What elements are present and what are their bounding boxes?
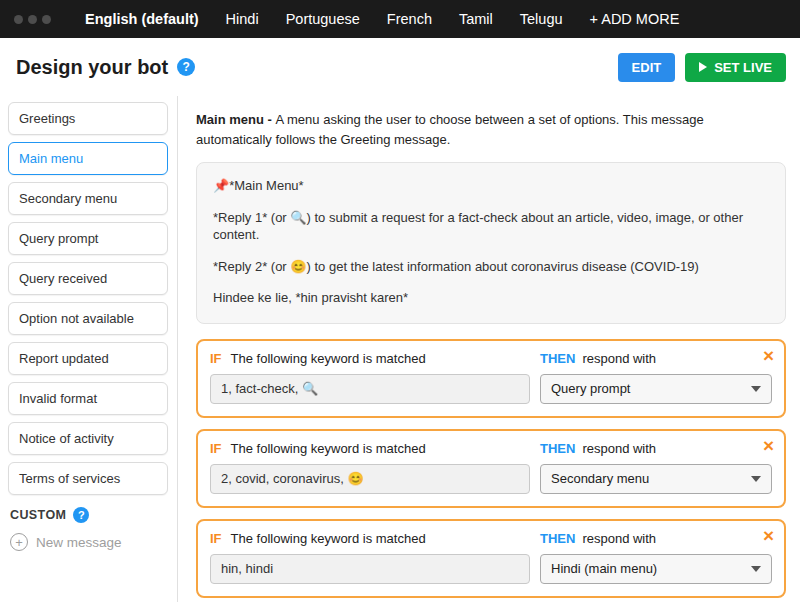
sidebar-item-report-updated[interactable]: Report updated <box>8 342 168 375</box>
new-message-label: New message <box>36 535 122 550</box>
then-label: THEN <box>540 531 575 546</box>
keyword-input[interactable] <box>210 464 530 494</box>
sidebar-item-query-prompt[interactable]: Query prompt <box>8 222 168 255</box>
chevron-down-icon <box>751 476 761 482</box>
window-dot-icon <box>28 15 37 24</box>
language-tabs: English (default) Hindi Portuguese Frenc… <box>85 11 679 27</box>
message-description-title: Main menu - <box>196 112 275 127</box>
page-header: Design your bot ? EDIT SET LIVE <box>0 38 800 96</box>
sidebar-item-main-menu[interactable]: Main menu <box>8 142 168 175</box>
play-icon <box>699 62 707 72</box>
message-sidebar: Greetings Main menu Secondary menu Query… <box>0 96 178 602</box>
tab-language-hindi[interactable]: Hindi <box>226 11 259 27</box>
if-text: The following keyword is matched <box>231 351 426 366</box>
preview-line: *Reply 1* (or 🔍) to submit a request for… <box>213 209 769 244</box>
preview-line: 📌*Main Menu* <box>213 177 769 195</box>
message-editor-panel: Main menu - A menu asking the user to ch… <box>178 96 800 602</box>
keyword-rule: IFThe following keyword is matched THENr… <box>196 519 786 598</box>
then-label: THEN <box>540 441 575 456</box>
custom-label: CUSTOM <box>10 508 66 522</box>
response-select[interactable]: Hindi (main menu) <box>540 554 772 584</box>
add-language-button[interactable]: + ADD MORE <box>590 11 680 27</box>
message-description: Main menu - A menu asking the user to ch… <box>196 110 781 149</box>
response-select[interactable]: Query prompt <box>540 374 772 404</box>
then-text: respond with <box>582 441 656 456</box>
keyword-input[interactable] <box>210 374 530 404</box>
response-select-value: Hindi (main menu) <box>551 561 657 576</box>
response-select[interactable]: Secondary menu <box>540 464 772 494</box>
tab-language-portuguese[interactable]: Portuguese <box>286 11 360 27</box>
preview-line: *Reply 2* (or 😊) to get the latest infor… <box>213 258 769 276</box>
keyword-input[interactable] <box>210 554 530 584</box>
window-dot-icon <box>14 15 23 24</box>
custom-section-header: CUSTOM ? <box>10 507 166 523</box>
custom-help-icon[interactable]: ? <box>73 507 89 523</box>
chevron-down-icon <box>751 386 761 392</box>
page-title: Design your bot <box>16 56 168 79</box>
sidebar-item-option-not-available[interactable]: Option not available <box>8 302 168 335</box>
preview-line: Hindee ke lie, *hin pravisht karen* <box>213 289 769 307</box>
response-select-value: Secondary menu <box>551 471 649 486</box>
keyword-rule: IFThe following keyword is matched THENr… <box>196 429 786 508</box>
then-text: respond with <box>582 531 656 546</box>
chevron-down-icon <box>751 566 761 572</box>
language-bar: English (default) Hindi Portuguese Frenc… <box>0 0 800 38</box>
response-select-value: Query prompt <box>551 381 630 396</box>
close-icon[interactable]: × <box>763 436 774 455</box>
close-icon[interactable]: × <box>763 526 774 545</box>
help-icon[interactable]: ? <box>177 58 195 76</box>
if-label: IF <box>210 351 222 366</box>
tab-language-english-default[interactable]: English (default) <box>85 11 199 27</box>
keyword-rule: IFThe following keyword is matched THENr… <box>196 339 786 418</box>
tab-language-french[interactable]: French <box>387 11 432 27</box>
sidebar-item-greetings[interactable]: Greetings <box>8 102 168 135</box>
then-text: respond with <box>582 351 656 366</box>
set-live-label: SET LIVE <box>714 60 772 75</box>
sidebar-item-notice-of-activity[interactable]: Notice of activity <box>8 422 168 455</box>
sidebar-item-query-received[interactable]: Query received <box>8 262 168 295</box>
close-icon[interactable]: × <box>763 346 774 365</box>
edit-button[interactable]: EDIT <box>618 53 676 82</box>
sidebar-item-secondary-menu[interactable]: Secondary menu <box>8 182 168 215</box>
window-controls <box>14 15 51 24</box>
plus-icon: + <box>10 533 28 551</box>
message-preview: 📌*Main Menu* *Reply 1* (or 🔍) to submit … <box>196 162 786 324</box>
then-label: THEN <box>540 351 575 366</box>
tab-language-tamil[interactable]: Tamil <box>459 11 493 27</box>
if-label: IF <box>210 441 222 456</box>
new-message-button[interactable]: + New message <box>8 531 168 553</box>
tab-language-telugu[interactable]: Telugu <box>520 11 563 27</box>
set-live-button[interactable]: SET LIVE <box>685 53 786 82</box>
if-text: The following keyword is matched <box>231 441 426 456</box>
if-text: The following keyword is matched <box>231 531 426 546</box>
sidebar-item-terms-of-services[interactable]: Terms of services <box>8 462 168 495</box>
sidebar-item-invalid-format[interactable]: Invalid format <box>8 382 168 415</box>
window-dot-icon <box>42 15 51 24</box>
if-label: IF <box>210 531 222 546</box>
